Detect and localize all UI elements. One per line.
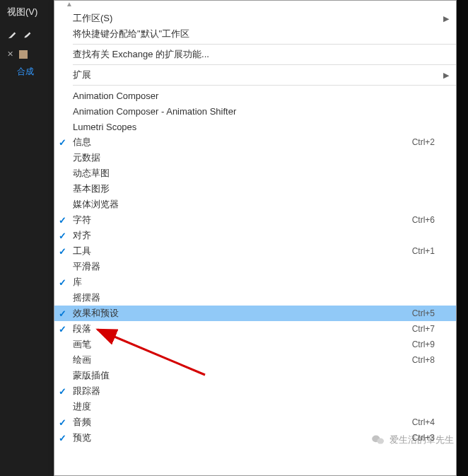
menu-item[interactable]: 扩展▶: [54, 67, 456, 83]
checkmark-icon: ✓: [54, 231, 70, 241]
menu-item[interactable]: Animation Composer - Animation Shifter: [54, 103, 456, 119]
menu-item[interactable]: ✓信息Ctrl+2: [54, 134, 456, 150]
menu-item[interactable]: 画笔Ctrl+9: [54, 337, 456, 352]
menu-item[interactable]: ✓库: [54, 274, 456, 290]
menu-item-label: 将快捷键分配给"默认"工作区: [70, 28, 456, 40]
menu-item-label: Animation Composer - Animation Shifter: [70, 106, 456, 117]
menu-item-label: 画笔: [70, 338, 412, 351]
menu-item-label: 对齐: [70, 229, 456, 242]
checkmark-icon: ✓: [54, 137, 70, 148]
svg-point-3: [377, 439, 384, 444]
menu-item-label: 平滑器: [70, 260, 456, 273]
menu-item[interactable]: ✓音频Ctrl+4: [54, 414, 456, 430]
menu-item[interactable]: 查找有关 Exchange 的扩展功能...: [54, 47, 456, 62]
menu-item-label: 音频: [70, 416, 412, 429]
menu-item-label: 摇摆器: [70, 291, 456, 304]
pen-tool-icon[interactable]: [7, 30, 17, 40]
menu-item-label: 扩展: [70, 69, 456, 81]
composition-thumb-icon[interactable]: [19, 50, 28, 59]
checkmark-icon: ✓: [54, 215, 70, 226]
checkmark-icon: ✓: [54, 308, 70, 319]
menu-item-label: 查找有关 Exchange 的扩展功能...: [70, 48, 456, 61]
menu-item-list: 工作区(S)▶将快捷键分配给"默认"工作区查找有关 Exchange 的扩展功能…: [54, 11, 456, 446]
menu-item-label: 媒体浏览器: [70, 198, 456, 211]
checkmark-icon: ✓: [54, 324, 70, 335]
menu-item-shortcut: Ctrl+8: [412, 355, 456, 365]
menu-item-label: 段落: [70, 323, 412, 335]
menu-item[interactable]: Lumetri Scopes: [54, 119, 456, 134]
watermark-text: 爱生活的章先生: [390, 434, 454, 446]
menu-item-shortcut: Ctrl+7: [412, 324, 456, 334]
menu-item[interactable]: ✓效果和预设Ctrl+5: [54, 306, 456, 321]
checkmark-icon: ✓: [54, 277, 70, 288]
menu-item[interactable]: 基本图形: [54, 181, 456, 197]
app-dark-sidebar: 视图(V) ✕ 合成: [0, 0, 57, 476]
menu-item-shortcut: Ctrl+5: [412, 308, 456, 318]
sidebar-toolbar: ✕ 合成: [0, 27, 57, 78]
menu-item[interactable]: 绘画Ctrl+8: [54, 352, 456, 368]
menu-item-label: Lumetri Scopes: [70, 122, 456, 132]
menu-item-label: 动态草图: [70, 167, 456, 180]
menu-item[interactable]: 元数据: [54, 150, 456, 166]
menu-item[interactable]: ✓字符Ctrl+6: [54, 212, 456, 228]
checkmark-icon: ✓: [54, 386, 70, 397]
menu-item[interactable]: ✓对齐: [54, 228, 456, 243]
menu-item-label: 信息: [70, 136, 412, 149]
menu-item-label: 预览: [70, 431, 412, 444]
menu-item-label: 元数据: [70, 151, 456, 164]
menu-item[interactable]: 将快捷键分配给"默认"工作区: [54, 26, 456, 42]
menu-item-label: 字符: [70, 214, 412, 226]
close-icon[interactable]: ✕: [7, 50, 13, 59]
menu-item[interactable]: 摇摆器: [54, 290, 456, 306]
checkmark-icon: ✓: [54, 433, 70, 443]
menu-item[interactable]: 平滑器: [54, 259, 456, 274]
brush-tool-icon[interactable]: [23, 30, 33, 40]
menu-item-label: 库: [70, 276, 456, 289]
menu-item-label: 绘画: [70, 354, 412, 366]
menu-separator: [73, 85, 456, 86]
menu-item-shortcut: Ctrl+4: [412, 417, 456, 427]
menu-item-label: 进度: [70, 400, 456, 413]
menu-item[interactable]: ✓工具Ctrl+1: [54, 243, 456, 259]
composition-tab-label[interactable]: 合成: [7, 66, 57, 78]
menu-item[interactable]: 媒体浏览器: [54, 197, 456, 212]
watermark: 爱生活的章先生: [371, 434, 454, 446]
view-menu-title[interactable]: 视图(V): [0, 0, 57, 24]
checkmark-icon: ✓: [54, 246, 70, 257]
menu-item-shortcut: Ctrl+6: [412, 215, 456, 225]
wechat-icon: [371, 434, 385, 446]
menu-item[interactable]: 动态草图: [54, 166, 456, 181]
menu-item-shortcut: Ctrl+9: [412, 339, 456, 349]
menu-item-label: 蒙版插值: [70, 369, 456, 382]
menu-item-label: 工作区(S): [70, 12, 456, 25]
menu-item-label: 效果和预设: [70, 307, 412, 320]
menu-item[interactable]: 工作区(S)▶: [54, 11, 456, 26]
menu-separator: [73, 44, 456, 45]
scroll-up-arrow-icon[interactable]: ▲: [54, 1, 456, 11]
submenu-arrow-icon: ▶: [443, 14, 449, 23]
menu-item[interactable]: 进度: [54, 399, 456, 414]
menu-item-label: 基本图形: [70, 182, 456, 195]
menu-item[interactable]: ✓跟踪器: [54, 383, 456, 399]
checkmark-icon: ✓: [54, 417, 70, 428]
view-menu-dropdown: ▲ 工作区(S)▶将快捷键分配给"默认"工作区查找有关 Exchange 的扩展…: [54, 0, 457, 476]
menu-item[interactable]: ✓段落Ctrl+7: [54, 321, 456, 337]
menu-item[interactable]: Animation Composer: [54, 88, 456, 103]
menu-separator: [73, 64, 456, 65]
submenu-arrow-icon: ▶: [443, 71, 449, 80]
menu-item-shortcut: Ctrl+2: [412, 137, 456, 147]
menu-item-label: 工具: [70, 245, 412, 257]
menu-item-label: Animation Composer: [70, 91, 456, 101]
menu-item[interactable]: 蒙版插值: [54, 368, 456, 383]
menu-item-shortcut: Ctrl+1: [412, 246, 456, 256]
menu-item-label: 跟踪器: [70, 385, 456, 397]
